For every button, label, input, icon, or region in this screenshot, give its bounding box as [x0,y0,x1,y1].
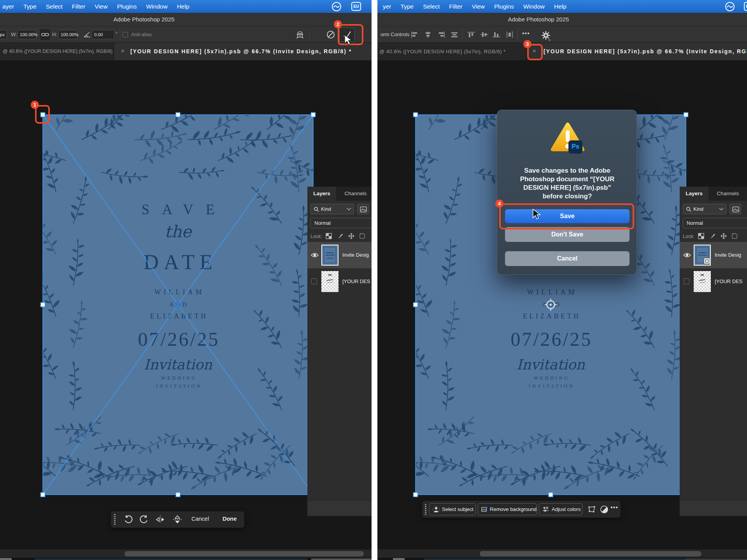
menu-select[interactable]: Select [46,3,63,10]
distribute-v-icon[interactable] [506,32,514,38]
lock-position-icon[interactable] [720,233,727,240]
select-subject-button[interactable]: Select subject [429,503,476,515]
creative-cloud-icon[interactable] [331,1,342,12]
more-options-icon[interactable]: ••• [522,30,530,37]
link-dimensions-button[interactable] [40,29,50,40]
align-left-icon[interactable] [411,32,419,38]
divider [309,30,310,40]
drag-grip[interactable] [424,504,427,515]
align-center-h-icon[interactable] [424,32,432,38]
transform-cancel-button[interactable]: Cancel [191,516,209,522]
horizontal-scrollbar[interactable] [377,549,747,558]
menu-help[interactable]: Help [554,3,566,10]
tab-layers[interactable]: Layers [307,187,336,201]
lock-transparent-icon[interactable] [698,233,705,240]
remove-background-button[interactable]: Remove background [478,503,537,515]
menu-help[interactable]: Help [177,3,189,10]
more-icon[interactable]: ••• [610,504,618,511]
cancel-button[interactable]: Cancel [505,251,630,266]
free-transform-overlay[interactable] [39,111,317,499]
visibility-checkbox-empty[interactable] [684,278,689,284]
rotate-cw-icon[interactable] [139,515,149,524]
flip-horizontal-icon[interactable] [155,515,165,524]
lock-pixels-icon[interactable] [337,233,344,240]
scrollbar-thumb[interactable] [124,551,364,556]
horizontal-scrollbar[interactable] [0,549,372,558]
align-bottom-icon[interactable] [493,32,500,38]
menu-select[interactable]: Select [423,3,440,10]
align-middle-v-icon[interactable] [480,32,488,38]
visibility-eye-icon[interactable] [310,252,319,258]
menu-plugins[interactable]: Plugins [494,3,514,10]
lock-pixels-icon[interactable] [709,233,716,240]
align-right-icon[interactable] [437,32,445,38]
menu-window[interactable]: Window [146,3,167,10]
filter-image-button[interactable] [729,204,741,214]
contrast-icon[interactable] [600,505,608,514]
lock-artboard-icon[interactable] [731,233,738,240]
eu-badge-icon[interactable]: EU [744,2,747,11]
layer2-thumbnail[interactable] [321,271,338,292]
x-unit-field[interactable]: px [0,30,7,39]
visibility-checkbox-empty[interactable] [311,278,317,284]
image-filter-icon [360,206,367,212]
layers-panel: Layers Channels Kind Normal Lock: [680,187,747,516]
tab-channels[interactable]: Channels [336,187,372,201]
layer-row-invite-design[interactable]: Invite Desig [307,242,372,268]
lock-artboard-icon[interactable] [359,233,366,240]
divider [120,30,120,40]
width-field[interactable]: 100.00% [18,30,37,39]
cancel-transform-icon[interactable] [326,30,335,39]
warp-mode-icon[interactable] [295,30,305,40]
eu-badge-icon[interactable]: EU [351,2,361,11]
dialog-message-line3: DESIGN HERE] (5x7in).psb” [503,184,631,192]
filter-image-button[interactable] [357,204,369,214]
layer-row-invite-design[interactable]: Invite Desig [680,242,747,268]
menu-filter[interactable]: Filter [72,3,85,10]
menu-type[interactable]: Type [401,3,414,10]
rotate-ccw-icon[interactable] [124,515,133,524]
document-tab-1[interactable]: @ 40.6% ([YOUR DESIGN HERE] (5x7in), RGB… [0,43,114,60]
menu-window[interactable]: Window [523,3,545,10]
menu-layer[interactable]: ayer [2,3,14,10]
filter-kind-dropdown[interactable]: Kind [310,204,354,214]
menu-view[interactable]: View [95,3,107,10]
document-tab-2[interactable]: × [YOUR DESIGN HERE] (5x7in).psb @ 66.7%… [114,43,372,60]
creative-cloud-icon[interactable] [724,1,735,12]
blend-mode-dropdown[interactable]: Normal [683,218,747,228]
flip-vertical-icon[interactable] [172,515,182,524]
tab-channels[interactable]: Channels [708,187,747,201]
distribute-h-icon[interactable] [451,32,458,38]
align-top-icon[interactable] [467,32,475,38]
menu-view[interactable]: View [472,3,485,10]
adjust-colors-button[interactable]: Adjust colors [539,503,582,515]
layers-panel: Layers Channels Kind Normal Lock: [307,187,372,516]
gear-icon[interactable] [541,30,551,40]
blend-mode-dropdown[interactable]: Normal [310,218,372,228]
document-tab-1[interactable]: @ 40.6% ([YOUR DESIGN HERE] (5x7in), RGB… [377,43,527,60]
layer-row-your-design[interactable]: [YOUR DES [680,268,747,295]
drag-grip[interactable] [113,514,116,525]
filter-kind-dropdown[interactable]: Kind [683,204,726,214]
transform-done-button[interactable]: Done [223,516,237,522]
menu-filter[interactable]: Filter [449,3,462,10]
menu-type[interactable]: Type [23,3,37,10]
anti-alias-checkbox[interactable] [123,32,128,37]
transform-frame-icon[interactable] [587,506,596,513]
menu-plugins[interactable]: Plugins [117,3,137,10]
menu-layer[interactable]: yer [383,3,391,10]
layer1-thumbnail[interactable] [321,245,338,266]
tab-close-icon[interactable]: × [121,47,124,54]
lock-transparent-icon[interactable] [325,233,332,240]
layer2-thumbnail[interactable] [694,271,711,292]
app-title: Adobe Photoshop 2025 [492,16,585,23]
layer-row-your-design[interactable]: [YOUR DES [307,268,372,295]
scrollbar-thumb[interactable] [480,551,701,556]
tab-layers[interactable]: Layers [680,187,708,201]
height-field[interactable]: 100.00% [58,30,77,39]
layer1-thumbnail[interactable] [694,245,711,266]
angle-field[interactable]: 0.00 [92,30,114,39]
lock-position-icon[interactable] [348,233,355,240]
visibility-eye-icon[interactable] [683,252,691,258]
document-tab-2[interactable]: × [YOUR DESIGN HERE] (5x7in).psb @ 66.7%… [527,43,747,60]
